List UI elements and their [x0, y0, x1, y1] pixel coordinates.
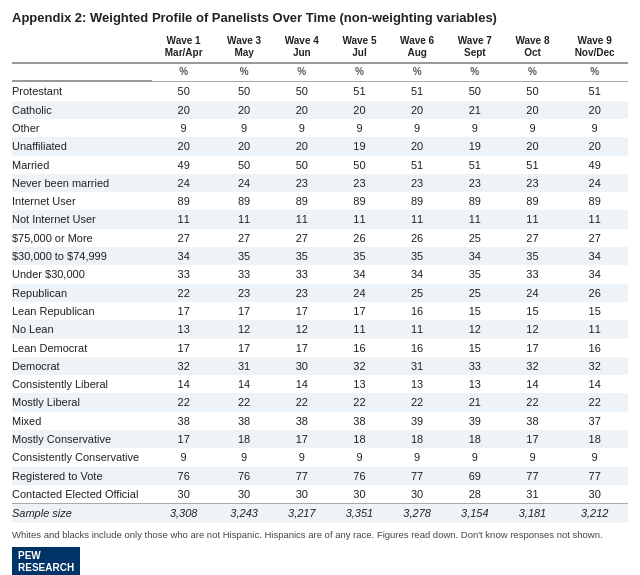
cell-value: 11	[561, 320, 628, 338]
cell-value: 14	[504, 375, 562, 393]
cell-value: 23	[273, 284, 331, 302]
cell-value: 30	[215, 485, 273, 504]
cell-value: 26	[561, 284, 628, 302]
cell-value: 20	[331, 101, 389, 119]
cell-value: 3,181	[504, 504, 562, 523]
cell-value: 32	[504, 357, 562, 375]
cell-value: 14	[561, 375, 628, 393]
cell-value: 3,217	[273, 504, 331, 523]
cell-value: 16	[331, 339, 389, 357]
cell-value: 3,243	[215, 504, 273, 523]
cell-value: 35	[215, 247, 273, 265]
cell-value: 37	[561, 412, 628, 430]
cell-value: 49	[561, 156, 628, 174]
cell-value: 38	[504, 412, 562, 430]
cell-value: 50	[331, 156, 389, 174]
cell-value: 35	[273, 247, 331, 265]
cell-value: 23	[504, 174, 562, 192]
table-row: No Lean1312121111121211	[12, 320, 628, 338]
row-label: No Lean	[12, 320, 152, 338]
col-header-7: Wave 9Nov/Dec	[561, 33, 628, 63]
cell-value: 35	[446, 265, 504, 283]
row-label: Married	[12, 156, 152, 174]
row-label: Under $30,000	[12, 265, 152, 283]
cell-value: 9	[504, 119, 562, 137]
cell-value: 76	[215, 467, 273, 485]
cell-value: 21	[446, 393, 504, 411]
cell-value: 9	[215, 119, 273, 137]
cell-value: 20	[504, 101, 562, 119]
cell-value: 50	[446, 81, 504, 100]
cell-value: 25	[446, 229, 504, 247]
cell-value: 14	[152, 375, 215, 393]
cell-value: 76	[331, 467, 389, 485]
cell-value: 17	[273, 302, 331, 320]
cell-value: 16	[388, 339, 446, 357]
col-subheader-2: %	[273, 63, 331, 82]
col-header-6: Wave 8Oct	[504, 33, 562, 63]
cell-value: 20	[273, 137, 331, 155]
cell-value: 34	[331, 265, 389, 283]
cell-value: 31	[504, 485, 562, 504]
table-row: Registered to Vote7676777677697777	[12, 467, 628, 485]
cell-value: 16	[388, 302, 446, 320]
cell-value: 17	[331, 302, 389, 320]
table-row: Republican2223232425252426	[12, 284, 628, 302]
cell-value: 23	[331, 174, 389, 192]
cell-value: 9	[331, 448, 389, 466]
col-subheader-7: %	[561, 63, 628, 82]
cell-value: 22	[152, 284, 215, 302]
cell-value: 51	[331, 81, 389, 100]
cell-value: 9	[446, 448, 504, 466]
row-label: Catholic	[12, 101, 152, 119]
pew-logo: PEWRESEARCHCENTER	[12, 547, 628, 575]
cell-value: 23	[446, 174, 504, 192]
row-label: Registered to Vote	[12, 467, 152, 485]
cell-value: 13	[388, 375, 446, 393]
cell-value: 38	[152, 412, 215, 430]
table-row: Protestant5050505151505051	[12, 81, 628, 100]
cell-value: 20	[561, 137, 628, 155]
cell-value: 17	[152, 339, 215, 357]
table-row: Lean Republican1717171716151515	[12, 302, 628, 320]
cell-value: 26	[331, 229, 389, 247]
cell-value: 18	[561, 430, 628, 448]
cell-value: 50	[273, 81, 331, 100]
cell-value: 35	[331, 247, 389, 265]
cell-value: 51	[388, 156, 446, 174]
cell-value: 49	[152, 156, 215, 174]
col-header-4: Wave 6Aug	[388, 33, 446, 63]
cell-value: 69	[446, 467, 504, 485]
cell-value: 12	[273, 320, 331, 338]
col-subheader-0: %	[152, 63, 215, 82]
col-header-2: Wave 4Jun	[273, 33, 331, 63]
col-subheader-1: %	[215, 63, 273, 82]
row-label: Mostly Liberal	[12, 393, 152, 411]
cell-value: 20	[215, 101, 273, 119]
cell-value: 32	[561, 357, 628, 375]
cell-value: 20	[388, 137, 446, 155]
cell-value: 15	[446, 339, 504, 357]
cell-value: 17	[152, 302, 215, 320]
cell-value: 89	[504, 192, 562, 210]
cell-value: 20	[504, 137, 562, 155]
row-label: Republican	[12, 284, 152, 302]
cell-value: 11	[388, 210, 446, 228]
cell-value: 33	[152, 265, 215, 283]
cell-value: 11	[504, 210, 562, 228]
cell-value: 77	[273, 467, 331, 485]
cell-value: 9	[331, 119, 389, 137]
cell-value: 26	[388, 229, 446, 247]
cell-value: 9	[152, 119, 215, 137]
table-row: Democrat3231303231333232	[12, 357, 628, 375]
table-row: Mostly Conservative1718171818181718	[12, 430, 628, 448]
cell-value: 15	[561, 302, 628, 320]
cell-value: 50	[504, 81, 562, 100]
page-title: Appendix 2: Weighted Profile of Panelist…	[12, 10, 628, 27]
cell-value: 22	[331, 393, 389, 411]
row-label: Protestant	[12, 81, 152, 100]
col-header-0: Wave 1Mar/Apr	[152, 33, 215, 63]
col-header-5: Wave 7Sept	[446, 33, 504, 63]
cell-value: 51	[561, 81, 628, 100]
cell-value: 30	[388, 485, 446, 504]
